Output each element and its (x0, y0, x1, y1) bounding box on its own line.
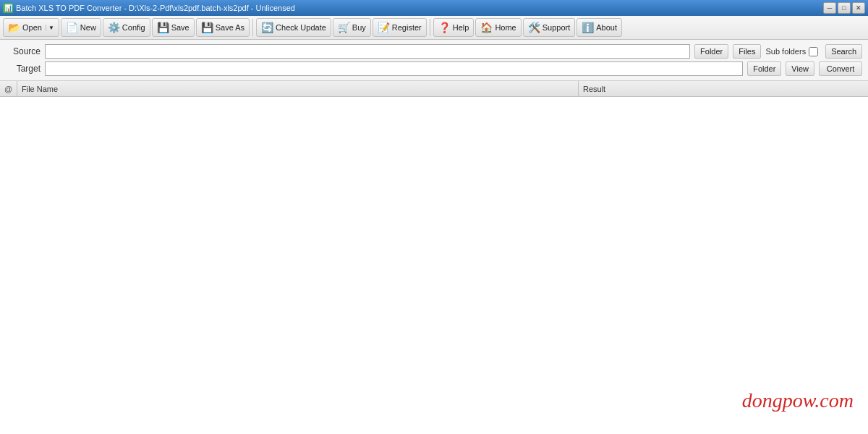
col-filename-header: File Name (17, 81, 579, 96)
register-icon: 📝 (378, 22, 390, 33)
title-bar: 📊 Batch XLS TO PDF Converter - D:\Xls-2-… (0, 0, 868, 16)
home-icon: 🏠 (480, 22, 493, 33)
save-button[interactable]: 💾 Save (152, 18, 195, 37)
toolbar-separator-1 (252, 19, 253, 36)
about-button[interactable]: ℹ️ About (576, 18, 622, 37)
buy-button[interactable]: 🛒 Buy (333, 18, 371, 37)
close-button[interactable]: ✕ (852, 2, 865, 14)
support-label: Support (542, 23, 571, 32)
check-update-icon: 🔄 (261, 22, 273, 33)
source-folder-button[interactable]: Folder (694, 44, 728, 59)
toolbar-separator-2 (430, 19, 430, 36)
maximize-button[interactable]: □ (838, 2, 851, 14)
new-button[interactable]: 📄 New (61, 18, 101, 37)
form-area: Source Folder Files Sub folders Search T… (0, 40, 868, 81)
open-icon: 📂 (8, 22, 20, 33)
config-button[interactable]: ⚙️ Config (103, 18, 150, 37)
config-icon: ⚙️ (108, 22, 120, 33)
toolbar: 📂 Open ▼ 📄 New ⚙️ Config 💾 Save 💾 Save A… (0, 16, 868, 40)
help-icon: ❓ (438, 22, 451, 33)
minimize-button[interactable]: ─ (823, 2, 836, 14)
save-as-icon: 💾 (201, 22, 213, 33)
table-area: @ File Name Result dongpow.com (0, 81, 868, 434)
buy-label: Buy (352, 23, 366, 32)
save-as-button[interactable]: 💾 Save As (196, 18, 250, 37)
open-label: Open (22, 23, 42, 32)
window-title: Batch XLS TO PDF Converter - D:\Xls-2-Pd… (16, 4, 295, 12)
title-bar-left: 📊 Batch XLS TO PDF Converter - D:\Xls-2-… (3, 3, 295, 13)
convert-button[interactable]: Convert (819, 61, 862, 76)
table-header: @ File Name Result (0, 81, 868, 97)
target-view-button[interactable]: View (786, 61, 814, 76)
home-button[interactable]: 🏠 Home (475, 18, 521, 37)
col-at-header: @ (0, 81, 17, 96)
support-button[interactable]: 🛠️ Support (523, 18, 576, 37)
about-icon: ℹ️ (582, 22, 594, 33)
target-row: Target Folder View Convert (6, 61, 862, 76)
watermark: dongpow.com (742, 389, 854, 412)
save-label: Save (171, 23, 190, 32)
target-label: Target (6, 64, 41, 74)
help-label: Help (453, 23, 469, 32)
about-label: About (596, 23, 617, 32)
buy-icon: 🛒 (338, 22, 350, 33)
config-label: Config (122, 23, 145, 32)
table-body: dongpow.com (0, 97, 868, 424)
sub-folders-group: Sub folders (765, 47, 818, 56)
window-controls[interactable]: ─ □ ✕ (823, 2, 865, 14)
open-dropdown-arrow[interactable]: ▼ (46, 25, 54, 31)
check-update-button[interactable]: 🔄 Check Update (256, 18, 331, 37)
source-input[interactable] (45, 44, 690, 59)
target-input[interactable] (45, 61, 743, 76)
help-button[interactable]: ❓ Help (433, 18, 475, 37)
sub-folders-label: Sub folders (765, 47, 806, 56)
check-update-label: Check Update (276, 23, 326, 32)
new-icon: 📄 (66, 22, 78, 33)
save-icon: 💾 (157, 22, 169, 33)
source-row: Source Folder Files Sub folders Search (6, 44, 862, 59)
app-icon: 📊 (3, 3, 13, 13)
source-label: Source (6, 46, 41, 56)
col-result-header: Result (579, 81, 868, 96)
home-label: Home (495, 23, 516, 32)
target-folder-button[interactable]: Folder (747, 61, 781, 76)
new-label: New (80, 23, 96, 32)
open-button[interactable]: 📂 Open ▼ (3, 18, 59, 37)
register-button[interactable]: 📝 Register (373, 18, 427, 37)
source-files-button[interactable]: Files (733, 44, 761, 59)
save-as-label: Save As (216, 23, 244, 32)
sub-folders-checkbox[interactable] (809, 47, 818, 56)
main-container: 📂 Open ▼ 📄 New ⚙️ Config 💾 Save 💾 Save A… (0, 16, 868, 434)
support-icon: 🛠️ (528, 22, 540, 33)
register-label: Register (392, 23, 422, 32)
search-button[interactable]: Search (825, 44, 862, 59)
